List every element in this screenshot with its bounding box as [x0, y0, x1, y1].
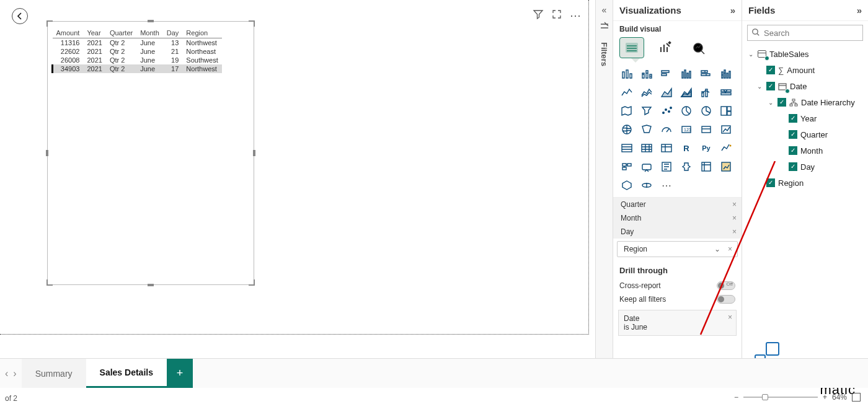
- expand-filters-icon[interactable]: «: [602, 5, 607, 15]
- viz-type[interactable]: [658, 84, 675, 100]
- viz-type[interactable]: [658, 140, 675, 156]
- focus-mode-icon[interactable]: [551, 9, 562, 23]
- remove-field-icon[interactable]: ×: [732, 214, 737, 222]
- remove-field-icon[interactable]: ×: [728, 245, 732, 253]
- viz-type[interactable]: [717, 103, 735, 119]
- resize-handle[interactable]: [249, 20, 255, 27]
- analytics-tab[interactable]: [686, 37, 711, 58]
- expand-icon[interactable]: ⌄: [767, 99, 774, 106]
- viz-type[interactable]: [717, 84, 735, 100]
- viz-type[interactable]: [638, 66, 655, 82]
- viz-type[interactable]: [717, 159, 735, 175]
- more-visuals-icon[interactable]: ⋯: [658, 177, 675, 193]
- cross-report-toggle[interactable]: Off: [717, 281, 735, 290]
- add-page-button[interactable]: +: [167, 359, 193, 388]
- field-amount[interactable]: ✓ ∑ Amount: [745, 62, 866, 78]
- tab-nav-prev[interactable]: ‹: [5, 368, 8, 379]
- checkbox[interactable]: ✓: [777, 98, 786, 107]
- viz-type[interactable]: [658, 103, 675, 119]
- remove-drill-field-icon[interactable]: ×: [728, 313, 732, 322]
- tab-nav-next[interactable]: ›: [13, 368, 16, 379]
- resize-handle[interactable]: [46, 150, 48, 156]
- filter-icon[interactable]: [533, 9, 544, 23]
- column-header[interactable]: Day: [163, 28, 183, 38]
- expand-icon[interactable]: ⌄: [747, 51, 755, 58]
- back-button[interactable]: [12, 8, 28, 24]
- viz-type[interactable]: [678, 159, 695, 175]
- collapse-fields-icon[interactable]: »: [857, 5, 862, 15]
- viz-type[interactable]: [698, 84, 715, 100]
- resize-handle[interactable]: [253, 150, 255, 156]
- viz-type[interactable]: [618, 84, 636, 100]
- well-region[interactable]: Region ⌄ ×: [617, 241, 738, 257]
- viz-type[interactable]: [698, 103, 715, 119]
- well-quarter[interactable]: Quarter ×: [613, 198, 742, 211]
- viz-type[interactable]: [717, 121, 735, 138]
- table-tablesales[interactable]: ⌄ TableSales: [745, 46, 866, 62]
- viz-type[interactable]: [658, 66, 675, 82]
- viz-type[interactable]: 123: [678, 121, 695, 138]
- resize-handle[interactable]: [46, 20, 53, 27]
- viz-type[interactable]: [638, 159, 655, 175]
- viz-type[interactable]: [618, 159, 636, 175]
- column-header[interactable]: Quarter: [106, 28, 136, 38]
- filters-pane-collapsed[interactable]: « Filters: [595, 0, 613, 378]
- checkbox[interactable]: ✓: [789, 146, 797, 155]
- more-options-icon[interactable]: ⋯: [570, 9, 581, 23]
- viz-type[interactable]: [698, 159, 715, 175]
- viz-type[interactable]: Py: [698, 140, 715, 156]
- fields-search[interactable]: [747, 25, 863, 41]
- column-header[interactable]: Month: [136, 28, 163, 38]
- viz-type[interactable]: R: [678, 140, 695, 156]
- viz-type[interactable]: [698, 66, 715, 82]
- table-row[interactable]: 260082021Qtr 2June19Southwest: [53, 56, 222, 64]
- zoom-slider[interactable]: [743, 397, 818, 398]
- column-header[interactable]: Amount: [53, 28, 84, 38]
- table-row[interactable]: 349032021Qtr 2June17Northwest: [53, 64, 222, 73]
- chevron-down-icon[interactable]: ⌄: [714, 245, 720, 253]
- column-header[interactable]: Year: [83, 28, 105, 38]
- table-visual[interactable]: AmountYearQuarterMonthDayRegion 11316202…: [47, 21, 254, 285]
- viz-type[interactable]: [678, 66, 695, 82]
- format-visual-tab[interactable]: [653, 37, 678, 58]
- viz-type[interactable]: [638, 103, 655, 119]
- viz-type[interactable]: [618, 66, 636, 82]
- viz-type[interactable]: [638, 177, 655, 193]
- expand-icon[interactable]: ⌄: [756, 83, 763, 90]
- field-date-hierarchy[interactable]: ⌄ ✓ Date Hierarchy: [745, 94, 866, 110]
- viz-type[interactable]: [678, 84, 695, 100]
- field-day[interactable]: ✓ Day: [745, 159, 866, 175]
- viz-type[interactable]: [658, 159, 675, 175]
- checkbox[interactable]: ✓: [789, 130, 797, 139]
- field-quarter[interactable]: ✓ Quarter: [745, 126, 866, 143]
- checkbox[interactable]: ✓: [766, 178, 775, 187]
- tab-sales-details[interactable]: Sales Details: [86, 359, 167, 388]
- search-input[interactable]: [764, 29, 868, 38]
- viz-type[interactable]: [717, 66, 735, 82]
- field-region[interactable]: ✓ Region: [745, 175, 866, 191]
- viz-type[interactable]: [618, 177, 636, 193]
- viz-type[interactable]: [618, 121, 636, 138]
- checkbox[interactable]: ✓: [766, 66, 775, 74]
- remove-field-icon[interactable]: ×: [732, 200, 737, 209]
- resize-handle[interactable]: [148, 20, 154, 22]
- viz-type[interactable]: [658, 121, 675, 138]
- checkbox[interactable]: ✓: [789, 114, 797, 123]
- viz-type[interactable]: [638, 84, 655, 100]
- table-row[interactable]: 113162021Qtr 2June13Northwest: [53, 38, 222, 48]
- checkbox[interactable]: ✓: [766, 82, 775, 90]
- report-canvas[interactable]: ⋯ AmountYearQuarterMonthDayRegion 113162…: [0, 0, 589, 335]
- zoom-out-button[interactable]: −: [734, 393, 738, 402]
- well-day[interactable]: Day ×: [613, 225, 742, 239]
- tab-summary[interactable]: Summary: [22, 359, 86, 388]
- build-visual-tab[interactable]: [619, 37, 644, 58]
- remove-field-icon[interactable]: ×: [732, 227, 737, 236]
- well-month[interactable]: Month ×: [613, 211, 742, 225]
- checkbox[interactable]: ✓: [789, 162, 797, 171]
- viz-type[interactable]: [717, 140, 735, 156]
- viz-type[interactable]: [638, 121, 655, 138]
- field-month[interactable]: ✓ Month: [745, 143, 866, 159]
- resize-handle[interactable]: [148, 284, 154, 286]
- table-row[interactable]: 226022021Qtr 2June21Northeast: [53, 47, 222, 56]
- viz-type[interactable]: [638, 140, 655, 156]
